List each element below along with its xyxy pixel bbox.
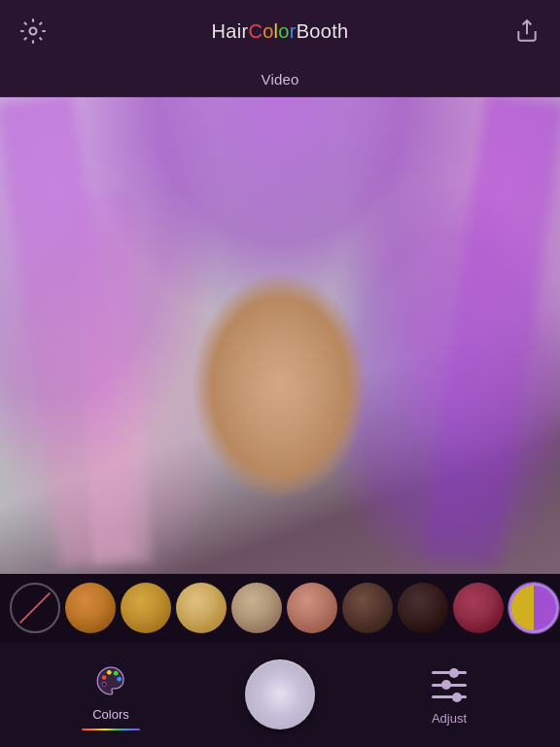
- capture-button[interactable]: [245, 659, 315, 729]
- swatch-near-black[interactable]: [398, 583, 448, 633]
- face-area: [173, 272, 387, 525]
- svg-point-5: [117, 676, 122, 681]
- colors-tool-button[interactable]: Colors: [62, 659, 159, 730]
- svg-point-3: [107, 669, 112, 674]
- swatch-auburn[interactable]: [65, 583, 116, 633]
- svg-point-7: [102, 682, 105, 685]
- adjust-label: Adjust: [432, 711, 467, 726]
- swatch-purple-yellow[interactable]: [508, 583, 559, 633]
- svg-point-2: [102, 675, 107, 680]
- adjust-icon: [428, 663, 471, 706]
- colors-label: Colors: [92, 707, 129, 722]
- video-tab[interactable]: Video: [261, 71, 298, 88]
- app-title: HairColorBooth: [212, 20, 349, 43]
- swatch-blonde[interactable]: [176, 583, 227, 633]
- active-tab-indicator: [82, 729, 140, 730]
- settings-button[interactable]: [18, 16, 49, 47]
- swatch-burgundy[interactable]: [453, 583, 504, 633]
- svg-point-0: [30, 28, 37, 35]
- swatch-ash-blonde[interactable]: [231, 583, 282, 633]
- color-swatches-bar: [0, 574, 560, 642]
- tab-bar: Video: [0, 62, 560, 97]
- swatch-none[interactable]: [10, 583, 60, 633]
- swatch-dark-brown[interactable]: [342, 583, 393, 633]
- swatch-golden-brown[interactable]: [121, 583, 171, 633]
- palette-icon: [89, 659, 132, 702]
- share-button[interactable]: [511, 16, 542, 47]
- bottom-toolbar: Colors Adjust: [0, 642, 560, 747]
- svg-point-4: [114, 670, 119, 675]
- app-header: HairColorBooth: [0, 0, 560, 62]
- adjust-tool-button[interactable]: Adjust: [401, 663, 498, 726]
- swatch-rose-brown[interactable]: [287, 583, 337, 633]
- photo-area: [0, 97, 560, 574]
